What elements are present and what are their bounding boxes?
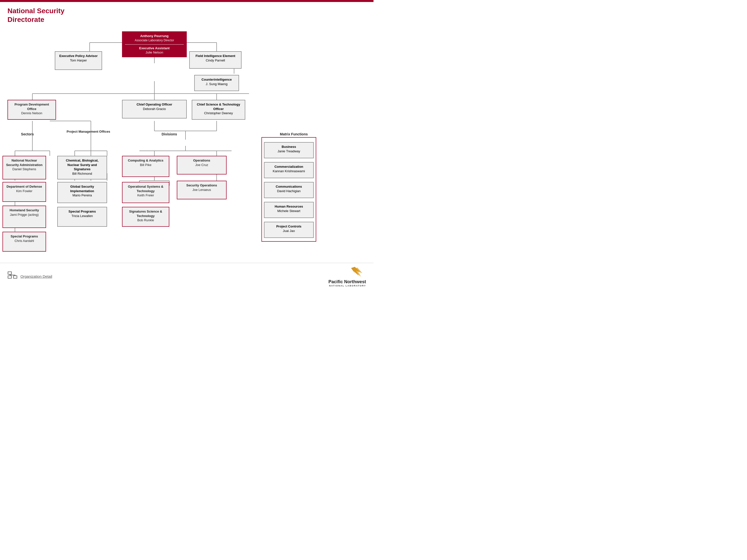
security-ops-title: Security Operations: [180, 183, 224, 188]
exec-policy-name: Tom Harper: [58, 58, 99, 63]
field-intel-name: Cindy Parnell: [192, 58, 238, 63]
org-detail-link[interactable]: Organization Detail: [20, 274, 52, 278]
pnnl-torch-icon: [336, 266, 366, 279]
box-program-dev: Program Development Office Dennis Nelson: [7, 100, 56, 120]
prog-dev-title: Program Development Office: [10, 102, 53, 111]
special-pmo-name: Tricia Lewallen: [60, 214, 104, 218]
label-sectors: Sectors: [5, 132, 50, 136]
box-coo: Chief Operating Officer Deborah Gracio: [122, 100, 187, 118]
box-operations: Operations Joe Cruz: [177, 156, 227, 175]
homeland-title: Homeland Security: [5, 208, 43, 213]
svg-marker-49: [353, 268, 362, 277]
box-field-intel: Field Intelligence Element Cindy Parnell: [189, 51, 241, 69]
homeland-name: Jami Prigge (acting): [5, 213, 43, 217]
dod-title: Department of Defense: [5, 184, 43, 189]
computing-name: Bill Pike: [125, 163, 166, 167]
global-sec-title: Global Security Implementation: [60, 184, 104, 193]
box-homeland: Homeland Security Jami Prigge (acting): [2, 206, 46, 228]
box-special-prog-sector: Special Programs Chris Aardahl: [2, 232, 46, 251]
box-nnsa: National Nuclear Security Administration…: [2, 156, 46, 180]
page-title: National Security Directorate: [0, 2, 374, 26]
box-signatures: Signatures Science & Technology Bob Runk…: [122, 207, 169, 227]
top-bar: [0, 0, 374, 2]
ops-sys-title: Operational Systems & Technology: [125, 184, 166, 193]
signatures-name: Bob Runkle: [125, 218, 166, 222]
global-sec-name: Mario Pereira: [60, 193, 104, 197]
exec-policy-title: Executive Policy Advisor: [58, 54, 99, 58]
dod-name: Kim Fowler: [5, 189, 43, 193]
svg-rect-42: [8, 272, 11, 274]
footer-left: Organization Detail: [7, 271, 52, 281]
org-chart: Anthony Peurrung Associate Laboratory Di…: [0, 26, 374, 265]
pnnl-sub: NATIONAL LABORATORY: [329, 285, 366, 287]
security-ops-name: Joe Lenaeus: [180, 188, 224, 192]
box-special-prog-pmo: Special Programs Tricia Lewallen: [57, 207, 107, 227]
csto-title: Chief Science & Technology Officer: [195, 102, 242, 111]
box-security-ops: Security Operations Joe Lenaeus: [177, 181, 227, 199]
label-matrix: Matrix Functions: [269, 132, 319, 136]
footer: Organization Detail Pacific Northwest NA…: [0, 263, 374, 290]
org-chart-icon: [7, 271, 18, 281]
prog-dev-name: Dennis Nelson: [10, 111, 53, 115]
box-director: Anthony Peurrung Associate Laboratory Di…: [122, 31, 187, 57]
box-dod: Department of Defense Kim Fowler: [2, 182, 46, 202]
pnnl-name: Pacific Northwest: [329, 279, 366, 285]
box-computing: Computing & Analytics Bill Pike: [122, 156, 169, 177]
box-cbns: Chemical, Biological, Nuclear Surety and…: [57, 156, 107, 180]
box-ops-systems: Operational Systems & Technology Keith F…: [122, 182, 169, 203]
counterintel-title: Counterintelligence: [197, 77, 236, 82]
box-global-security: Global Security Implementation Mario Per…: [57, 182, 107, 203]
svg-rect-43: [8, 276, 11, 278]
operations-name: Joe Cruz: [180, 163, 224, 167]
pnnl-logo: Pacific Northwest NATIONAL LABORATORY: [329, 266, 366, 287]
label-divisions: Divisions: [145, 132, 194, 136]
director-title: Anthony Peurrung: [125, 34, 184, 38]
computing-title: Computing & Analytics: [125, 158, 166, 163]
special-pmo-title: Special Programs: [60, 209, 104, 214]
box-counterintel: Counterintelligence J. Sung Maeng: [194, 75, 239, 91]
special-sector-name: Chris Aardahl: [5, 239, 43, 243]
csto-name: Christopher Deeney: [195, 111, 242, 115]
box-csto: Chief Science & Technology Officer Chris…: [192, 100, 245, 120]
ops-sys-name: Keith Freier: [125, 193, 166, 197]
counterintel-name: J. Sung Maeng: [197, 82, 236, 86]
exec-asst-title: Executive Assistant: [125, 46, 184, 51]
title-line2: Directorate: [7, 16, 44, 23]
operations-title: Operations: [180, 158, 224, 163]
nnsa-title: National Nuclear Security Administration: [5, 158, 43, 167]
special-sector-title: Special Programs: [5, 234, 43, 239]
coo-name: Deborah Gracio: [125, 107, 184, 111]
cbns-name: Bill Richmond: [60, 171, 104, 176]
signatures-title: Signatures Science & Technology: [125, 209, 166, 218]
field-intel-title: Field Intelligence Element: [192, 54, 238, 58]
exec-asst-name: Julie Nelson: [125, 50, 184, 55]
director-subtitle: Associate Laboratory Director: [125, 38, 184, 42]
title-line1: National Security: [7, 7, 65, 15]
label-pmo: Project Management Offices: [63, 130, 113, 133]
matrix-functions-container: [261, 137, 316, 242]
nnsa-name: Daniel Stephens: [5, 167, 43, 171]
coo-title: Chief Operating Officer: [125, 102, 184, 107]
svg-rect-44: [14, 276, 17, 278]
box-exec-policy: Executive Policy Advisor Tom Harper: [55, 51, 102, 70]
cbns-title: Chemical, Biological, Nuclear Surety and…: [60, 158, 104, 171]
